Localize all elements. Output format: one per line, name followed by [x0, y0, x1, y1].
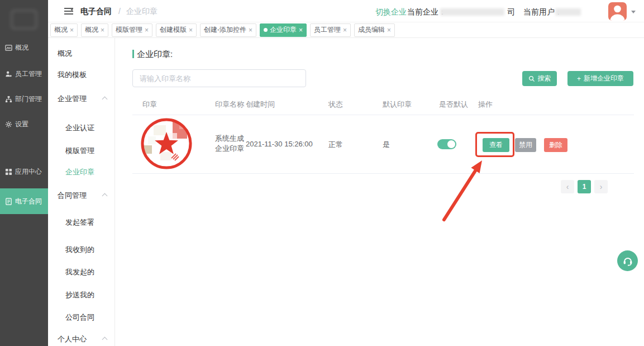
menu-received[interactable]: 我收到的 [48, 243, 115, 257]
tab-close-icon[interactable]: × [299, 27, 303, 34]
add-seal-button[interactable]: + 新增企业印章 [567, 71, 633, 86]
menu-initiate-sign[interactable]: 发起签署 [48, 215, 115, 230]
menu-cc-me[interactable]: 抄送我的 [48, 288, 115, 302]
col-header-status: 状态 [328, 99, 343, 110]
menu-label: 企业印章 [65, 167, 94, 177]
menu-label: 合同管理 [58, 191, 87, 201]
annotation-arrow [436, 157, 492, 226]
seal-name-input[interactable] [132, 69, 306, 87]
page-title: 企业印章: [137, 49, 173, 60]
pagination-page-1[interactable]: 1 [578, 180, 591, 193]
pagination-next-button[interactable]: › [594, 180, 608, 193]
collapse-menu-icon[interactable] [64, 7, 74, 15]
avatar[interactable] [608, 2, 627, 21]
seal-name-line2: 企业印章 [215, 144, 244, 154]
menu-label: 我的模板 [58, 70, 87, 80]
switch-company-link[interactable]: 切换企业 [375, 7, 407, 17]
chevron-up-icon [102, 193, 108, 199]
tab-employee-management[interactable]: 员工管理× [310, 23, 351, 37]
nav-label: 部门管理 [15, 94, 42, 104]
tab-enterprise-seal[interactable]: 企业印章× [260, 23, 307, 37]
menu-label: 个人中心 [58, 334, 87, 344]
tab-close-icon[interactable]: × [343, 27, 347, 34]
active-tab-dot-icon [264, 28, 268, 32]
tab-close-icon[interactable]: × [101, 27, 104, 34]
nav-department-management[interactable]: 部门管理 [0, 92, 48, 106]
menu-label: 我发起的 [65, 267, 94, 277]
tab-label: 成员编辑 [358, 25, 385, 35]
redacted-company-name [440, 8, 504, 16]
pagination-prev-button[interactable]: ‹ [561, 180, 574, 193]
tab-label: 企业印章 [270, 25, 297, 35]
menu-my-templates[interactable]: 我的模板 [48, 68, 115, 82]
menu-label: 概况 [58, 49, 72, 59]
avatar-person-icon [608, 2, 627, 21]
group-enterprise-management[interactable]: 企业管理 [48, 92, 115, 106]
company-seal-image [140, 117, 193, 170]
breadcrumb-root[interactable]: 电子合同 [80, 7, 112, 17]
tab-overview-1[interactable]: 概况× [50, 23, 78, 37]
tab-close-icon[interactable]: × [145, 27, 149, 34]
settings-icon [5, 121, 12, 128]
tab-label: 创建-添加控件 [204, 25, 246, 35]
table-divider [132, 173, 634, 174]
default-toggle[interactable] [437, 139, 456, 149]
menu-label: 企业管理 [58, 94, 87, 104]
menu-overview[interactable]: 概况 [48, 46, 115, 61]
chevron-up-icon [102, 337, 108, 343]
tab-member-edit[interactable]: 成员编辑× [354, 23, 395, 37]
menu-company-contracts[interactable]: 公司合同 [48, 310, 115, 325]
menu-template-management[interactable]: 模版管理 [48, 144, 115, 158]
menu-enterprise-seal[interactable]: 企业印章 [48, 165, 115, 179]
tab-create-template[interactable]: 创建模版× [156, 23, 197, 37]
search-button[interactable]: 搜索 [522, 71, 557, 86]
nav-e-contract[interactable]: 电子合同 [0, 188, 48, 214]
tab-close-icon[interactable]: × [189, 27, 193, 34]
tab-overview-2[interactable]: 概况× [81, 23, 108, 37]
view-button[interactable]: 查看 [483, 138, 509, 152]
nav-label: 设置 [15, 120, 28, 129]
col-header-actions: 操作 [478, 99, 493, 110]
cell-status: 正常 [328, 140, 343, 150]
seal-name-line1: 系统生成 [215, 134, 244, 144]
col-header-is-default: 是否默认 [439, 99, 468, 110]
tab-close-icon[interactable]: × [387, 27, 391, 34]
group-personal-center[interactable]: 个人中心 [48, 332, 115, 346]
add-button-label: 新增企业印章 [584, 74, 624, 83]
nav-overview[interactable]: 概况 [0, 40, 48, 55]
employees-icon [5, 70, 12, 78]
plus-icon: + [577, 75, 581, 83]
tab-label: 概况 [85, 25, 98, 35]
primary-sidebar: 概况 员工管理 部门管理 设置 应用中心 电子合同 [0, 0, 48, 346]
col-header-default-seal: 默认印章 [383, 99, 412, 110]
nav-employee-management[interactable]: 员工管理 [0, 67, 48, 81]
delete-button[interactable]: 删除 [544, 138, 567, 152]
cell-is-default: 是 [383, 140, 390, 150]
caret-down-icon[interactable] [631, 11, 636, 13]
app-center-icon [5, 168, 12, 176]
nav-app-center[interactable]: 应用中心 [0, 164, 48, 179]
e-contract-icon [5, 198, 12, 205]
menu-enterprise-auth[interactable]: 企业认证 [48, 121, 115, 135]
col-header-seal-name: 印章名称 [215, 99, 244, 110]
customer-service-button[interactable] [617, 250, 638, 271]
menu-label: 企业认证 [65, 123, 94, 133]
tab-close-icon[interactable]: × [249, 27, 252, 34]
col-header-created: 创建时间 [246, 99, 275, 110]
chevron-up-icon [102, 97, 108, 102]
menu-initiated[interactable]: 我发起的 [48, 265, 115, 279]
company-name-suffix: 司 [507, 7, 515, 17]
tab-create-add-controls[interactable]: 创建-添加控件× [200, 23, 256, 37]
headset-icon [622, 255, 633, 267]
tab-label: 概况 [54, 25, 68, 35]
group-contract-management[interactable]: 合同管理 [48, 188, 115, 203]
tab-close-icon[interactable]: × [70, 27, 74, 34]
table-divider [132, 115, 634, 115]
nav-settings[interactable]: 设置 [0, 117, 48, 131]
app-logo [11, 10, 37, 29]
toggle-knob [447, 140, 455, 148]
breadcrumb-current: 企业印章 [126, 7, 158, 17]
tab-template-management[interactable]: 模版管理× [112, 23, 152, 37]
nav-label: 应用中心 [15, 167, 42, 177]
disable-button[interactable]: 禁用 [515, 138, 536, 152]
